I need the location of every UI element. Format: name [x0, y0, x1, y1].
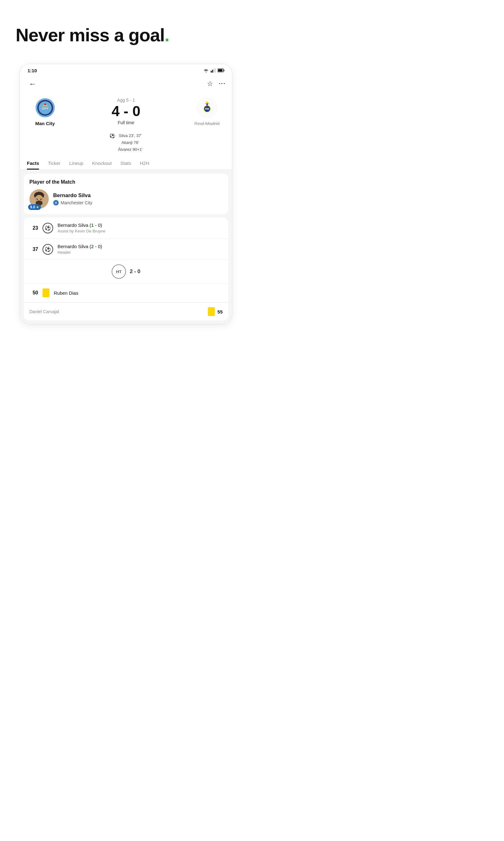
nav-actions: ☆ ⋮: [207, 80, 226, 88]
event-player: Ruben Dias: [54, 290, 78, 296]
svg-rect-4: [215, 68, 216, 73]
potm-card: Player of the Match: [24, 174, 228, 214]
event-details: Bernardo Silva (2 - 0) Header: [57, 244, 102, 255]
event-assist: Header: [57, 250, 102, 255]
event-minute: 37: [30, 247, 38, 252]
tab-facts[interactable]: Facts: [22, 156, 43, 170]
player-info: Bernardo Silva C Manchester City: [53, 192, 92, 206]
event-row-partial: Daniel Carvajal 55: [24, 302, 228, 320]
signal-icon: [211, 68, 216, 73]
battery-icon: [218, 69, 224, 72]
tab-stats[interactable]: Stats: [116, 156, 136, 170]
tab-ticker[interactable]: Ticker: [43, 156, 65, 170]
svg-rect-3: [214, 69, 215, 73]
main-score: 4 - 0: [112, 104, 140, 118]
rating-badge: 9.0 ★: [28, 204, 41, 210]
menu-button[interactable]: ⋮: [218, 80, 226, 88]
partial-player: Daniel Carvajal: [30, 309, 59, 314]
event-row: 37 ⚽ Bernardo Silva (2 - 0) Header: [24, 239, 228, 260]
player-team-badge: C: [53, 200, 59, 206]
hero-section: Never miss a goal.: [0, 0, 252, 57]
event-player: Bernardo Silva (2 - 0): [57, 244, 102, 249]
rating-star-icon: ★: [36, 205, 39, 209]
match-header: CITY Man City Agg 5 - 1 4 - 0 Full time: [20, 92, 232, 129]
status-bar: 1:10: [20, 64, 232, 76]
potm-title: Player of the Match: [30, 179, 222, 185]
away-team: RM Real Madrid: [188, 97, 226, 126]
rating-value: 9.0: [30, 205, 35, 209]
svg-text:C: C: [56, 203, 57, 204]
event-minute: 50: [30, 290, 38, 296]
star-button[interactable]: ☆: [207, 80, 213, 88]
away-team-name: Real Madrid: [195, 121, 220, 126]
svg-point-25: [40, 199, 41, 200]
match-status: Full time: [118, 120, 134, 125]
tab-lineup[interactable]: Lineup: [65, 156, 88, 170]
ht-badge: HT: [112, 264, 126, 279]
status-time: 1:10: [28, 68, 37, 73]
partial-right: 55: [208, 307, 222, 316]
event-row: 23 ⚽ Bernardo Silva (1 - 0) Assist by Ke…: [24, 217, 228, 239]
svg-rect-1: [211, 71, 212, 73]
svg-rect-2: [212, 70, 213, 73]
event-details: Bernardo Silva (1 - 0) Assist by Kevin D…: [57, 223, 105, 233]
tabs-row: Facts Ticker Lineup Knockout Stats H2H: [20, 156, 232, 170]
soccer-ball-icon: ⚽: [109, 133, 115, 139]
svg-text:CITY: CITY: [42, 107, 49, 110]
goal-scorers: ⚽ Silva 23', 37' Akanji 76' Álvarez 90+1…: [20, 129, 232, 156]
goal-icon: ⚽: [42, 244, 53, 255]
yellow-card-icon-right: [208, 307, 215, 316]
partial-left: Daniel Carvajal: [30, 309, 203, 314]
svg-rect-6: [224, 70, 224, 71]
svg-point-24: [37, 199, 38, 200]
status-icons: [203, 68, 224, 73]
events-card: 23 ⚽ Bernardo Silva (1 - 0) Assist by Ke…: [24, 217, 228, 320]
player-team-name: Manchester City: [61, 200, 92, 205]
player-avatar-wrapper: 9.0 ★: [30, 189, 49, 209]
top-nav: ← ☆ ⋮: [20, 76, 232, 92]
yellow-card-icon: [42, 288, 49, 297]
content-area: Player of the Match: [20, 170, 232, 324]
hero-title-text: Never miss a goal: [16, 25, 164, 45]
tab-knockout[interactable]: Knockout: [88, 156, 116, 170]
player-name: Bernardo Silva: [53, 192, 92, 199]
svg-rect-7: [218, 69, 222, 72]
wifi-icon: [203, 68, 209, 73]
partial-minute: 55: [217, 309, 222, 314]
potm-player: 9.0 ★ Bernardo Silva: [30, 189, 222, 209]
event-player: Bernardo Silva (1 - 0): [57, 223, 105, 228]
event-minute: 23: [30, 225, 38, 231]
hero-title: Never miss a goal.: [16, 25, 236, 45]
back-button[interactable]: ←: [26, 78, 39, 89]
scorers-text: Silva 23', 37' Akanji 76' Álvarez 90+1': [118, 132, 143, 153]
phone-mockup-wrapper: 1:10: [0, 57, 252, 337]
score-center: Agg 5 - 1 4 - 0 Full time: [64, 98, 188, 125]
teams-row: CITY Man City Agg 5 - 1 4 - 0 Full time: [26, 97, 226, 126]
home-team: CITY Man City: [26, 97, 64, 126]
svg-text:RM: RM: [205, 107, 209, 110]
event-details: Ruben Dias: [54, 290, 78, 296]
tab-h2h[interactable]: H2H: [136, 156, 154, 170]
aggregate-score: Agg 5 - 1: [117, 98, 135, 103]
svg-point-13: [44, 104, 46, 105]
ht-separator: HT 2 - 0: [24, 260, 228, 283]
hero-dot: .: [164, 25, 169, 45]
phone-mockup: 1:10: [20, 64, 232, 325]
away-team-logo: RM: [196, 97, 218, 119]
home-team-logo: CITY: [34, 97, 56, 119]
event-assist: Assist by Kevin De Bruyne: [57, 229, 105, 233]
ht-score: 2 - 0: [130, 268, 140, 275]
home-team-name: Man City: [35, 121, 55, 126]
svg-point-0: [206, 72, 206, 73]
player-team: C Manchester City: [53, 200, 92, 206]
event-row: 50 Ruben Dias: [24, 283, 228, 302]
goal-icon: ⚽: [42, 223, 53, 233]
